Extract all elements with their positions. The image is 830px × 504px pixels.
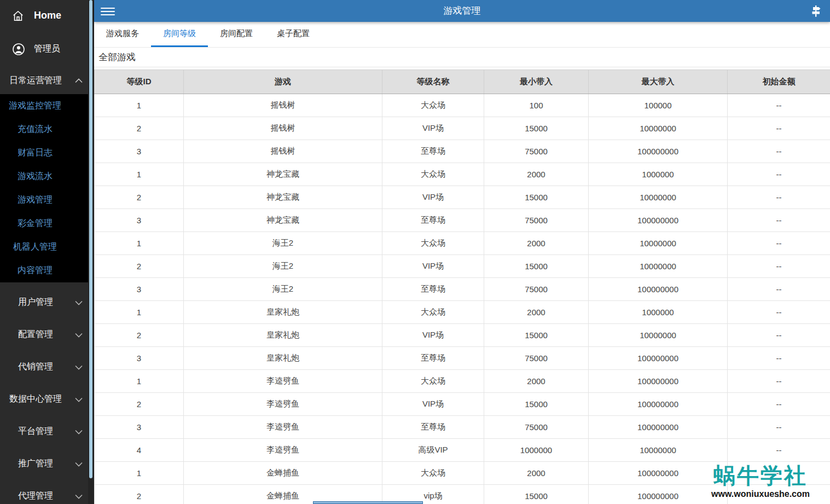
table-cell: -- [728, 439, 830, 462]
table-row: 1海王2大众场200010000000-- [95, 232, 830, 255]
sidebar-group-collapsed[interactable]: 配置管理 [0, 318, 88, 351]
tab-游戏服务[interactable]: 游戏服务 [94, 22, 151, 47]
table-cell: 1 [95, 163, 184, 186]
tab-桌子配置[interactable]: 桌子配置 [265, 22, 322, 47]
table-cell: -- [728, 140, 830, 163]
table-cell: 2000 [484, 232, 589, 255]
table-cell: 1 [95, 94, 184, 117]
table-row: 1摇钱树大众场100100000-- [95, 94, 830, 117]
submenu-item-label: 游戏管理 [0, 194, 70, 206]
table-cell: -- [728, 370, 830, 393]
sidebar-submenu-item[interactable]: 机器人管理 [0, 235, 88, 259]
table-cell: 10000000 [589, 439, 728, 462]
sidebar-submenu-item[interactable]: 财富日志 [0, 141, 88, 165]
table-cell: VIP场 [382, 186, 484, 209]
table-row: 2神龙宝藏VIP场1500010000000-- [95, 186, 830, 209]
table-cell: -- [728, 117, 830, 140]
submenu-item-label: 财富日志 [0, 147, 70, 159]
table-cell: 金蝉捕鱼 [184, 462, 382, 485]
sidebar-submenu-item[interactable]: 游戏监控管理 [0, 94, 88, 118]
table-row: 3海王2至尊场75000100000000-- [95, 278, 830, 301]
submenu-item-label: 内容管理 [0, 265, 70, 276]
sidebar-group-collapsed[interactable]: 平台管理 [0, 415, 88, 448]
table-cell: 皇家礼炮 [184, 347, 382, 370]
table-cell: 至尊场 [382, 416, 484, 439]
table-cell: VIP场 [382, 117, 484, 140]
sidebar-group-collapsed[interactable]: 代销管理 [0, 351, 88, 383]
table-cell: -- [728, 232, 830, 255]
tab-房间等级[interactable]: 房间等级 [151, 22, 208, 47]
table-cell: 15000 [484, 485, 589, 504]
column-header: 等级名称 [382, 70, 484, 94]
table-cell: -- [728, 301, 830, 324]
table-cell: 10000000 [589, 255, 728, 278]
sidebar-submenu-item[interactable]: 充值流水 [0, 118, 88, 141]
table-cell: 15000 [484, 186, 589, 209]
sidebar-submenu-item[interactable]: 内容管理 [0, 259, 88, 282]
submenu-item-label: 游戏监控管理 [0, 100, 70, 112]
table-cell: 神龙宝藏 [184, 209, 382, 232]
table-cell: 2 [95, 485, 184, 504]
table-cell: 75000 [484, 209, 589, 232]
sidebar-group-daily-operations[interactable]: 日常运营管理 [0, 67, 88, 94]
table-cell: 1000000 [589, 163, 728, 186]
table-cell: 2000 [484, 163, 589, 186]
home-icon [12, 9, 26, 23]
table-cell: 15000 [484, 255, 589, 278]
table-cell: 神龙宝藏 [184, 163, 382, 186]
table-cell: 至尊场 [382, 347, 484, 370]
sidebar-item-home[interactable]: Home [0, 0, 88, 31]
table-cell: VIP场 [382, 393, 484, 416]
table-cell: 10000000 [589, 117, 728, 140]
table-cell: 大众场 [382, 301, 484, 324]
table-cell: 皇家礼炮 [184, 324, 382, 347]
column-header: 最小带入 [484, 70, 589, 94]
sidebar-group-label: 推广管理 [0, 458, 71, 470]
sidebar-group-label: 代理管理 [0, 490, 71, 502]
table-cell: 75000 [484, 140, 589, 163]
table-cell: 2000 [484, 370, 589, 393]
sidebar-submenu-item[interactable]: 彩金管理 [0, 212, 88, 235]
room-level-table-wrap: 等级ID游戏等级名称最小带入最大带入初始金额 1摇钱树大众场100100000-… [94, 69, 830, 504]
sidebar-group-collapsed[interactable]: 代理管理 [0, 480, 88, 504]
tab-bar: 游戏服务房间等级房间配置桌子配置 [94, 22, 830, 47]
table-cell: 10000000 [589, 186, 728, 209]
column-header: 初始金额 [728, 70, 830, 94]
panel-header: 全部游戏 [94, 47, 830, 67]
table-cell: 神龙宝藏 [184, 186, 382, 209]
sidebar-group-collapsed[interactable]: 数据中心管理 [0, 383, 88, 415]
table-cell: 大众场 [382, 370, 484, 393]
sidebar-submenu-item[interactable]: 游戏流水 [0, 165, 88, 188]
table-cell: 100000000 [589, 370, 728, 393]
sidebar-scrollbar-thumb[interactable] [89, 0, 92, 478]
table-cell: 2 [95, 255, 184, 278]
table-cell: 摇钱树 [184, 94, 382, 117]
sidebar-group-collapsed[interactable]: 推广管理 [0, 448, 88, 480]
column-header: 等级ID [95, 70, 184, 94]
horizontal-scrollbar-thumb[interactable] [313, 501, 423, 504]
table-cell: -- [728, 94, 830, 117]
tab-房间配置[interactable]: 房间配置 [208, 22, 265, 47]
table-cell: 至尊场 [382, 140, 484, 163]
sidebar-group-collapsed[interactable]: 用户管理 [0, 286, 88, 318]
table-row: 3摇钱树至尊场75000100000000-- [95, 140, 830, 163]
sidebar-item-admin[interactable]: 管理员 [0, 31, 88, 67]
column-header: 游戏 [184, 70, 382, 94]
table-row: 1皇家礼炮大众场20001000000-- [95, 301, 830, 324]
sidebar-group-label: 配置管理 [0, 329, 71, 340]
table-row: 2李逵劈鱼VIP场15000100000000-- [95, 393, 830, 416]
table-row: 2摇钱树VIP场1500010000000-- [95, 117, 830, 140]
app-header: 游戏管理 [94, 0, 830, 22]
table-cell: 至尊场 [382, 278, 484, 301]
panel-title: 全部游戏 [98, 51, 136, 63]
signpost-icon[interactable] [809, 4, 822, 18]
table-cell: 3 [95, 278, 184, 301]
table-cell: -- [728, 324, 830, 347]
table-cell: 2000 [484, 301, 589, 324]
table-cell: -- [728, 186, 830, 209]
table-cell: 2 [95, 186, 184, 209]
table-cell: 100000000 [589, 140, 728, 163]
sidebar-submenu-item[interactable]: 游戏管理 [0, 188, 88, 212]
table-cell: -- [728, 416, 830, 439]
table-row: 1神龙宝藏大众场20001000000-- [95, 163, 830, 186]
